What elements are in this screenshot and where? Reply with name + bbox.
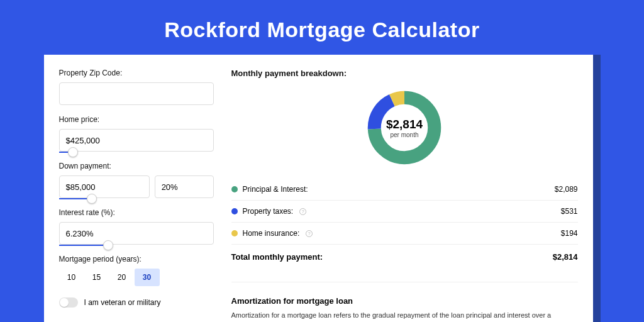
page-title: Rockford Mortgage Calculator (0, 0, 644, 55)
interest-field: Interest rate (%): (59, 208, 214, 245)
amortization-text: Amortization for a mortgage loan refers … (231, 311, 578, 322)
home-price-input[interactable] (59, 129, 214, 152)
legend-dot-taxes (231, 208, 238, 214)
period-tab-10[interactable]: 10 (59, 269, 84, 286)
down-payment-label: Down payment: (59, 162, 214, 170)
legend-value-taxes: $531 (561, 207, 578, 216)
legend-label-principal: Principal & Interest: (243, 185, 308, 194)
total-label: Total monthly payment: (231, 252, 323, 262)
breakdown-panel: Monthly payment breakdown: $2,814 per mo… (231, 69, 578, 322)
divider (231, 282, 578, 282)
amortization-heading: Amortization for mortgage loan (231, 289, 578, 306)
home-price-label: Home price: (59, 115, 214, 124)
legend-label-taxes: Property taxes: (243, 207, 294, 216)
legend-value-insurance: $194 (561, 229, 578, 238)
down-payment-slider-knob[interactable] (87, 194, 97, 204)
home-price-field: Home price: (59, 115, 214, 152)
donut-amount: $2,814 (386, 118, 423, 131)
zip-input[interactable] (59, 82, 214, 105)
legend-row-taxes: Property taxes: ? $531 (231, 201, 578, 223)
card-shadow: Property Zip Code: Home price: Down paym… (44, 55, 601, 322)
interest-slider-track[interactable] (59, 245, 108, 246)
legend-dot-principal (231, 186, 238, 192)
info-icon[interactable]: ? (306, 230, 313, 237)
period-tabs: 10 15 20 30 (59, 269, 214, 286)
donut-chart: $2,814 per month (365, 88, 444, 167)
down-payment-input[interactable] (59, 175, 150, 198)
zip-label: Property Zip Code: (59, 69, 214, 77)
interest-input[interactable] (59, 222, 214, 245)
calculator-card: Property Zip Code: Home price: Down paym… (44, 55, 593, 322)
interest-slider-knob[interactable] (103, 240, 113, 250)
legend-row-principal: Principal & Interest: $2,089 (231, 179, 578, 201)
veteran-toggle[interactable] (59, 297, 78, 308)
total-value: $2,814 (553, 252, 578, 262)
legend-row-insurance: Home insurance: ? $194 (231, 223, 578, 245)
donut-center: $2,814 per month (365, 88, 444, 167)
interest-label: Interest rate (%): (59, 208, 214, 217)
form-panel: Property Zip Code: Home price: Down paym… (59, 69, 214, 322)
home-price-slider-knob[interactable] (68, 147, 78, 157)
down-payment-pct-input[interactable] (155, 175, 214, 198)
legend-dot-insurance (231, 230, 238, 236)
donut-chart-wrap: $2,814 per month (231, 84, 578, 179)
veteran-toggle-knob (60, 298, 69, 307)
period-field: Mortgage period (years): 10 15 20 30 (59, 255, 214, 286)
donut-sub: per month (390, 131, 418, 138)
veteran-row: I am veteran or military (59, 297, 214, 308)
breakdown-heading: Monthly payment breakdown: (231, 69, 578, 78)
veteran-label: I am veteran or military (84, 298, 161, 307)
total-row: Total monthly payment: $2,814 (231, 245, 578, 273)
period-label: Mortgage period (years): (59, 255, 214, 264)
period-tab-30[interactable]: 30 (135, 269, 160, 286)
zip-field: Property Zip Code: (59, 69, 214, 105)
info-icon[interactable]: ? (299, 208, 306, 215)
period-tab-15[interactable]: 15 (84, 269, 109, 286)
down-payment-field: Down payment: (59, 162, 214, 198)
legend-value-principal: $2,089 (555, 185, 578, 194)
period-tab-20[interactable]: 20 (109, 269, 135, 286)
legend-label-insurance: Home insurance: (243, 229, 300, 238)
